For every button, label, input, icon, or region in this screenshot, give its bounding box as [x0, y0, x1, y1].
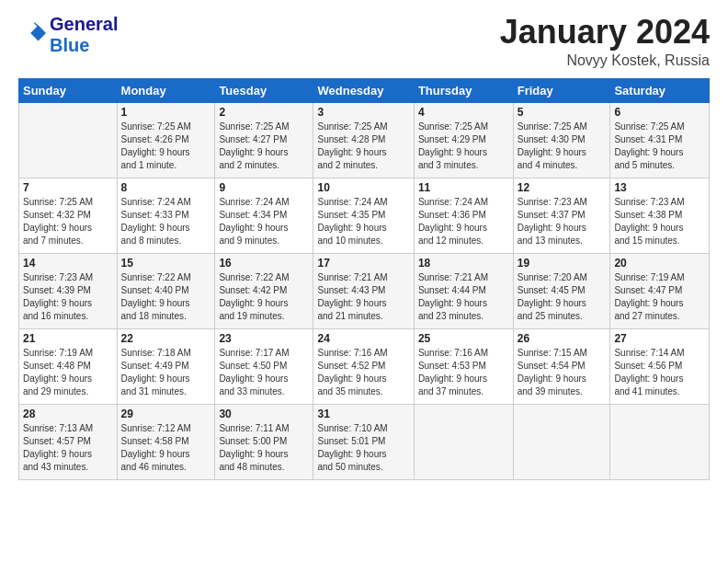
week-row-1: 7Sunrise: 7:25 AM Sunset: 4:32 PM Daylig… — [19, 178, 710, 253]
day-number: 13 — [614, 181, 705, 194]
day-number: 1 — [121, 106, 211, 119]
day-number: 22 — [121, 332, 211, 345]
day-detail: Sunrise: 7:25 AM Sunset: 4:29 PM Dayligh… — [418, 121, 509, 172]
day-detail: Sunrise: 7:19 AM Sunset: 4:48 PM Dayligh… — [23, 347, 113, 398]
page: General Blue January 2024 Novyy Kostek, … — [0, 0, 728, 563]
day-cell: 22Sunrise: 7:18 AM Sunset: 4:49 PM Dayli… — [117, 328, 215, 404]
day-number: 27 — [614, 332, 705, 345]
day-detail: Sunrise: 7:25 AM Sunset: 4:32 PM Dayligh… — [23, 196, 113, 247]
day-detail: Sunrise: 7:15 AM Sunset: 4:54 PM Dayligh… — [518, 347, 607, 398]
day-cell: 17Sunrise: 7:21 AM Sunset: 4:43 PM Dayli… — [313, 253, 414, 328]
day-number: 16 — [219, 257, 309, 270]
day-number: 10 — [317, 181, 409, 194]
day-number: 25 — [418, 332, 509, 345]
day-cell: 10Sunrise: 7:24 AM Sunset: 4:35 PM Dayli… — [313, 178, 414, 253]
logo-blue: Blue — [50, 35, 118, 56]
day-number: 31 — [317, 408, 409, 420]
day-cell: 23Sunrise: 7:17 AM Sunset: 4:50 PM Dayli… — [215, 328, 313, 404]
day-detail: Sunrise: 7:13 AM Sunset: 4:57 PM Dayligh… — [23, 422, 113, 474]
day-number: 15 — [121, 257, 211, 270]
day-detail: Sunrise: 7:22 AM Sunset: 4:40 PM Dayligh… — [121, 271, 211, 323]
svg-marker-0 — [30, 26, 46, 41]
day-cell: 1Sunrise: 7:25 AM Sunset: 4:26 PM Daylig… — [117, 102, 215, 178]
day-detail: Sunrise: 7:22 AM Sunset: 4:42 PM Dayligh… — [219, 271, 309, 323]
week-row-4: 28Sunrise: 7:13 AM Sunset: 4:57 PM Dayli… — [19, 404, 710, 479]
day-detail: Sunrise: 7:25 AM Sunset: 4:30 PM Dayligh… — [518, 121, 607, 172]
day-number: 14 — [23, 257, 113, 270]
col-friday: Friday — [513, 78, 610, 102]
day-detail: Sunrise: 7:25 AM Sunset: 4:26 PM Dayligh… — [121, 121, 211, 172]
day-detail: Sunrise: 7:24 AM Sunset: 4:33 PM Dayligh… — [121, 196, 211, 247]
day-detail: Sunrise: 7:23 AM Sunset: 4:39 PM Dayligh… — [23, 271, 113, 323]
day-number: 9 — [219, 181, 309, 194]
calendar-table: Sunday Monday Tuesday Wednesday Thursday… — [18, 78, 710, 480]
day-number: 26 — [518, 332, 607, 345]
day-cell: 25Sunrise: 7:16 AM Sunset: 4:53 PM Dayli… — [414, 328, 513, 404]
logo: General Blue — [18, 14, 118, 56]
day-number: 2 — [219, 106, 309, 119]
day-detail: Sunrise: 7:14 AM Sunset: 4:56 PM Dayligh… — [614, 347, 705, 398]
day-cell: 24Sunrise: 7:16 AM Sunset: 4:52 PM Dayli… — [313, 328, 414, 404]
day-cell: 21Sunrise: 7:19 AM Sunset: 4:48 PM Dayli… — [19, 328, 118, 404]
day-cell: 27Sunrise: 7:14 AM Sunset: 4:56 PM Dayli… — [610, 328, 710, 404]
day-number: 20 — [614, 257, 705, 270]
col-monday: Monday — [117, 78, 215, 102]
day-number: 8 — [121, 181, 211, 194]
col-sunday: Sunday — [19, 78, 118, 102]
day-number: 7 — [23, 181, 113, 194]
logo-icon — [20, 20, 46, 46]
day-cell — [19, 102, 118, 178]
day-number: 17 — [317, 257, 409, 270]
day-detail: Sunrise: 7:11 AM Sunset: 5:00 PM Dayligh… — [219, 422, 309, 474]
day-cell: 5Sunrise: 7:25 AM Sunset: 4:30 PM Daylig… — [513, 102, 610, 178]
day-detail: Sunrise: 7:16 AM Sunset: 4:52 PM Dayligh… — [317, 347, 409, 398]
calendar-subtitle: Novyy Kostek, Russia — [500, 52, 710, 69]
day-number: 6 — [614, 106, 705, 119]
day-cell: 16Sunrise: 7:22 AM Sunset: 4:42 PM Dayli… — [215, 253, 313, 328]
day-cell: 2Sunrise: 7:25 AM Sunset: 4:27 PM Daylig… — [215, 102, 313, 178]
day-detail: Sunrise: 7:20 AM Sunset: 4:45 PM Dayligh… — [518, 271, 607, 323]
col-saturday: Saturday — [610, 78, 710, 102]
header: General Blue January 2024 Novyy Kostek, … — [18, 14, 710, 69]
col-wednesday: Wednesday — [313, 78, 414, 102]
day-number: 21 — [23, 332, 113, 345]
day-cell — [414, 404, 513, 479]
day-cell: 9Sunrise: 7:24 AM Sunset: 4:34 PM Daylig… — [215, 178, 313, 253]
day-number: 4 — [418, 106, 509, 119]
day-cell: 18Sunrise: 7:21 AM Sunset: 4:44 PM Dayli… — [414, 253, 513, 328]
day-number: 23 — [219, 332, 309, 345]
day-cell: 6Sunrise: 7:25 AM Sunset: 4:31 PM Daylig… — [610, 102, 710, 178]
day-detail: Sunrise: 7:18 AM Sunset: 4:49 PM Dayligh… — [121, 347, 211, 398]
week-row-0: 1Sunrise: 7:25 AM Sunset: 4:26 PM Daylig… — [19, 102, 710, 178]
day-cell: 19Sunrise: 7:20 AM Sunset: 4:45 PM Dayli… — [513, 253, 610, 328]
col-tuesday: Tuesday — [215, 78, 313, 102]
day-detail: Sunrise: 7:23 AM Sunset: 4:37 PM Dayligh… — [518, 196, 607, 247]
day-detail: Sunrise: 7:25 AM Sunset: 4:28 PM Dayligh… — [317, 121, 409, 172]
logo-general: General — [50, 14, 118, 35]
day-number: 11 — [418, 181, 509, 194]
day-detail: Sunrise: 7:24 AM Sunset: 4:34 PM Dayligh… — [219, 196, 309, 247]
day-number: 3 — [317, 106, 409, 119]
day-number: 19 — [518, 257, 607, 270]
day-number: 24 — [317, 332, 409, 345]
day-detail: Sunrise: 7:25 AM Sunset: 4:27 PM Dayligh… — [219, 121, 309, 172]
day-detail: Sunrise: 7:24 AM Sunset: 4:35 PM Dayligh… — [317, 196, 409, 247]
week-row-2: 14Sunrise: 7:23 AM Sunset: 4:39 PM Dayli… — [19, 253, 710, 328]
week-row-3: 21Sunrise: 7:19 AM Sunset: 4:48 PM Dayli… — [19, 328, 710, 404]
day-cell — [513, 404, 610, 479]
day-detail: Sunrise: 7:12 AM Sunset: 4:58 PM Dayligh… — [121, 422, 211, 474]
day-cell: 3Sunrise: 7:25 AM Sunset: 4:28 PM Daylig… — [313, 102, 414, 178]
day-cell: 20Sunrise: 7:19 AM Sunset: 4:47 PM Dayli… — [610, 253, 710, 328]
day-cell: 13Sunrise: 7:23 AM Sunset: 4:38 PM Dayli… — [610, 178, 710, 253]
day-number: 29 — [121, 408, 211, 420]
day-number: 5 — [518, 106, 607, 119]
day-cell: 30Sunrise: 7:11 AM Sunset: 5:00 PM Dayli… — [215, 404, 313, 479]
day-detail: Sunrise: 7:21 AM Sunset: 4:43 PM Dayligh… — [317, 271, 409, 323]
title-block: January 2024 Novyy Kostek, Russia — [500, 14, 710, 69]
day-cell: 7Sunrise: 7:25 AM Sunset: 4:32 PM Daylig… — [19, 178, 118, 253]
day-detail: Sunrise: 7:10 AM Sunset: 5:01 PM Dayligh… — [317, 422, 409, 474]
day-detail: Sunrise: 7:23 AM Sunset: 4:38 PM Dayligh… — [614, 196, 705, 247]
day-cell — [610, 404, 710, 479]
calendar-title: January 2024 — [500, 14, 710, 51]
day-number: 18 — [418, 257, 509, 270]
